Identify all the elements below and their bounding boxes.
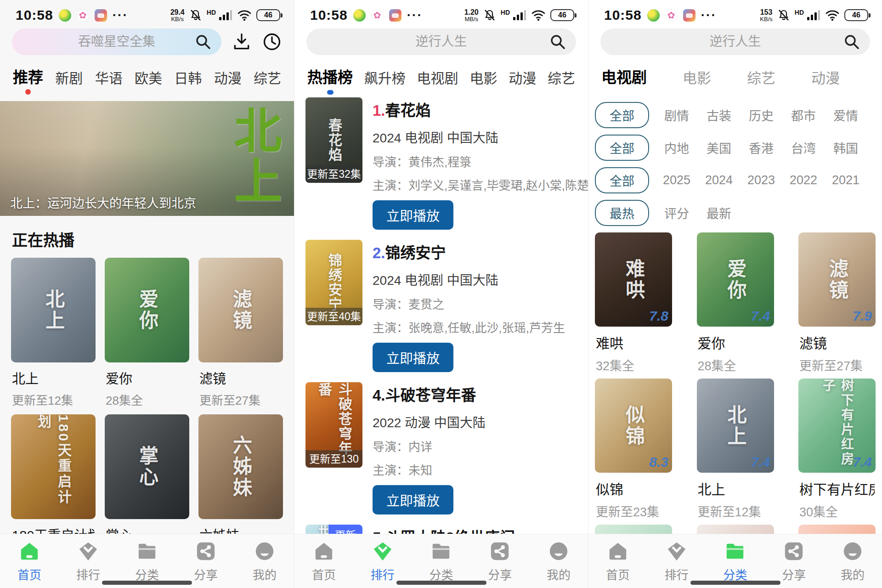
filter-option[interactable]: 2025 [656,173,698,187]
poster-image[interactable]: 锦绣安宁 更新至40集 [305,240,362,325]
tab-western[interactable]: 欧美 [135,67,162,95]
search-icon[interactable] [195,34,211,50]
filter-option[interactable]: 2022 [782,173,825,187]
rank-item[interactable]: 锦绣安宁 更新至40集 2.锦绣安宁 2024 电视剧 中国大陆 导演：麦贯之 … [305,240,577,372]
nav-category[interactable]: 分类 [712,541,758,582]
tab-jp-kr[interactable]: 日韩 [174,67,202,95]
tab-hot-list[interactable]: 热播榜 [307,65,353,95]
nav-category[interactable]: 分类 [124,541,170,582]
nav-home[interactable]: 首页 [595,541,641,582]
filter-option[interactable]: 最新 [698,204,740,222]
nav-mine[interactable]: 我的 [536,541,582,582]
search-bar[interactable] [306,28,576,55]
filter-option[interactable]: 2021 [825,173,867,187]
media-card[interactable]: 爱你 爱你 28集全 [105,258,189,408]
filter-option[interactable]: 历史 [740,106,782,124]
poster-image[interactable]: 滤镜 [198,258,283,362]
filter-pill-all[interactable]: 全部 [595,135,649,161]
tab-rising-list[interactable]: 飙升榜 [364,67,406,95]
rank-meta: 2024 电视剧 中国大陆 [373,270,577,288]
nav-share[interactable]: 分享 [771,541,817,582]
nav-share[interactable]: 分享 [183,541,229,582]
tab-variety[interactable]: 综艺 [254,67,281,95]
play-now-button[interactable]: 立即播放 [373,200,453,230]
tab-anime[interactable]: 动漫 [214,67,242,95]
filter-option[interactable]: 香港 [740,139,782,157]
media-card[interactable]: 树下有片红房子 7.4 树下有片红房子 30集全 [798,379,876,520]
filter-option[interactable]: 爱情 [825,106,867,124]
media-card[interactable]: 滤镜 7.9 滤镜 更新至27集 [798,232,876,374]
tab-new-drama[interactable]: 新剧 [55,67,83,95]
media-card[interactable]: 滤镜 滤镜 更新至27集 [198,258,283,408]
search-bar[interactable] [12,28,221,55]
search-icon[interactable] [549,34,566,50]
filter-option[interactable]: 台湾 [782,139,825,157]
search-input[interactable] [600,28,870,55]
nav-home[interactable]: 首页 [301,541,347,582]
hd-indicator: HD [795,9,804,16]
nav-mine[interactable]: 我的 [830,541,876,582]
poster-image[interactable]: 180天重启计划 [11,414,96,519]
filter-pill-hot[interactable]: 最热 [595,200,649,226]
play-now-button[interactable]: 立即播放 [373,343,453,372]
tab-movie[interactable]: 电影 [469,67,497,95]
nav-share[interactable]: 分享 [477,541,523,582]
poster-image[interactable]: 斗破苍穹年番 更新至130集 [305,382,362,468]
nav-rank[interactable]: 排行 [360,541,406,582]
filter-pill-all[interactable]: 全部 [595,102,649,128]
nav-rank[interactable]: 排行 [65,541,111,582]
nav-mine[interactable]: 我的 [242,541,288,582]
tab-variety[interactable]: 综艺 [747,67,775,95]
filter-option[interactable]: 2023 [740,173,782,187]
poster-image[interactable]: 似锦 8.3 [595,379,672,473]
filter-option[interactable]: 韩国 [825,139,867,157]
poster-image[interactable]: 滤镜 7.9 [798,232,876,327]
filter-option[interactable]: 剧情 [656,106,698,124]
poster-image[interactable]: 北上 [11,258,96,362]
rank-item[interactable]: 斗破苍穹年番 更新至130集 4.斗破苍穹年番 2022 动漫 中国大陆 导演：… [305,382,577,514]
hero-banner[interactable]: 北上 北上：运河边长大的年轻人到北京 [0,101,294,216]
home-indicator[interactable] [102,581,192,585]
search-input[interactable] [306,28,576,55]
filter-option[interactable]: 内地 [656,139,698,157]
filter-option[interactable]: 古装 [698,106,740,124]
download-icon[interactable] [232,32,252,52]
media-card[interactable]: 北上 7.4 北上 更新至12集 [697,379,774,520]
media-card[interactable]: 难哄 7.8 难哄 32集全 [595,232,672,374]
poster-image[interactable]: 六姊妹 [198,414,283,519]
tab-movie[interactable]: 电影 [683,67,711,95]
tab-chinese[interactable]: 华语 [95,67,123,95]
media-card[interactable]: 爱你 7.4 爱你 28集全 [697,232,774,374]
poster-image[interactable]: 树下有片红房子 7.4 [798,379,876,473]
tab-anime[interactable]: 动漫 [811,67,840,95]
nav-rank[interactable]: 排行 [654,541,700,582]
media-card[interactable]: 似锦 8.3 似锦 更新至23集 [595,379,672,520]
search-icon[interactable] [843,34,860,50]
poster-image[interactable]: 难哄 7.8 [595,232,672,327]
tab-tv[interactable]: 电视剧 [417,67,458,95]
search-bar[interactable] [600,28,870,55]
filter-option[interactable]: 评分 [656,204,698,222]
filter-option[interactable]: 美国 [698,139,740,157]
nav-home[interactable]: 首页 [6,541,52,582]
tab-variety[interactable]: 综艺 [548,67,575,95]
filter-option[interactable]: 2024 [698,173,740,187]
poster-image[interactable]: 爱你 [105,258,189,362]
filter-option[interactable]: 都市 [782,106,825,124]
nav-category[interactable]: 分类 [418,541,464,582]
poster-image[interactable]: 爱你 7.4 [697,232,774,327]
history-icon[interactable] [262,32,282,52]
poster-image[interactable]: 掌心 [105,414,189,519]
media-card[interactable]: 北上 北上 更新至12集 [11,258,96,408]
poster-image[interactable]: 春花焰 更新至32集 [305,97,362,183]
filter-pill-all[interactable]: 全部 [595,167,649,193]
home-indicator[interactable] [690,581,780,585]
search-input[interactable] [12,28,221,55]
tab-recommend[interactable]: 推荐 [13,65,43,95]
rank-item[interactable]: 春花焰 更新至32集 1.春花焰 2024 电视剧 中国大陆 导演：黄伟杰,程箓… [305,97,577,230]
tab-anime[interactable]: 动漫 [509,67,536,95]
home-indicator[interactable] [396,581,486,585]
poster-image[interactable]: 北上 7.4 [697,379,774,473]
tab-tv[interactable]: 电视剧 [601,65,647,95]
play-now-button[interactable]: 立即播放 [373,485,453,514]
